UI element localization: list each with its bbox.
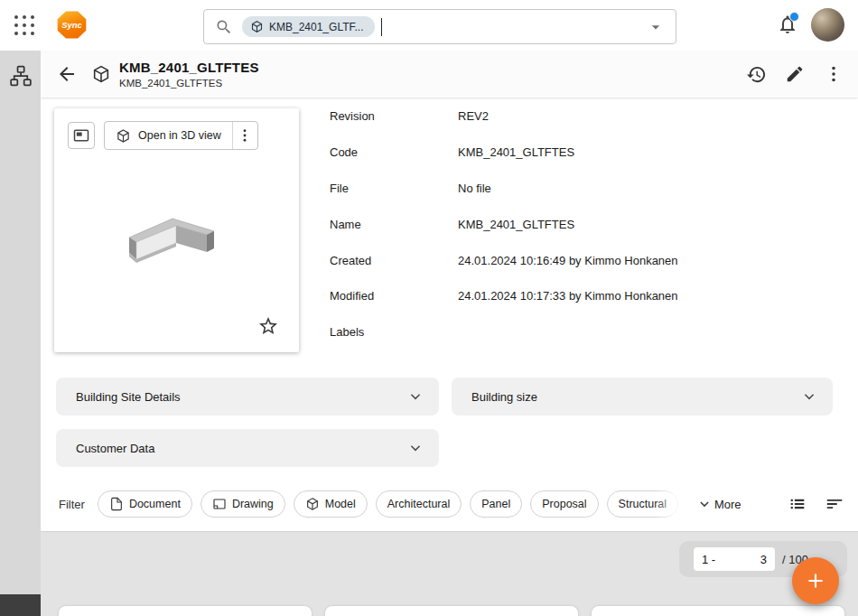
result-card[interactable] — [592, 606, 844, 616]
chip-panel[interactable]: Panel — [470, 490, 522, 518]
section-building-size[interactable]: Building size — [452, 378, 833, 415]
detail-row: Modified 24.01.2024 10:17:33 by Kimmo Ho… — [330, 278, 840, 314]
user-avatar[interactable] — [811, 8, 844, 42]
model-3d-thumbnail[interactable] — [104, 191, 248, 291]
back-arrow-icon — [56, 63, 78, 85]
filter-chips: Document Drawing Model Architectural Pan… — [98, 490, 686, 518]
more-filters-button[interactable]: More — [691, 495, 747, 513]
favorite-star-button[interactable] — [257, 315, 279, 337]
edit-button[interactable] — [779, 59, 810, 89]
more-options-button[interactable] — [818, 59, 849, 89]
detail-label: Name — [330, 218, 458, 231]
chevron-down-icon — [696, 496, 713, 512]
history-icon — [746, 64, 767, 85]
model-icon — [91, 64, 111, 84]
chevron-down-icon — [647, 18, 665, 36]
list-view-button[interactable] — [788, 494, 807, 514]
picture-in-picture-icon — [72, 126, 90, 145]
back-button[interactable] — [51, 59, 82, 89]
notification-dot — [789, 12, 799, 22]
search-scope-chip[interactable]: KMB_2401_GLTF... — [242, 16, 375, 37]
filter-label: Filter — [59, 498, 85, 511]
open-3d-group: Open in 3D view — [104, 121, 258, 150]
apps-grid-icon — [14, 15, 34, 35]
model-cube-icon — [305, 497, 320, 511]
sidebar-hierarchy-button[interactable] — [9, 64, 33, 88]
chip-model[interactable]: Model — [294, 490, 368, 518]
detail-row: Revision REV2 — [330, 98, 840, 135]
chip-label: Architectural — [387, 498, 450, 510]
app-window: Sync KMB_2401_GLTF... — [0, 0, 858, 616]
detail-value: REV2 — [458, 109, 489, 123]
detail-row: Labels — [330, 314, 840, 350]
filter-bar: Filter Document Drawing Model Architectu… — [41, 486, 858, 522]
detail-label: Created — [330, 254, 458, 267]
chip-structural[interactable]: Structural — [607, 490, 679, 518]
document-icon — [109, 497, 124, 511]
detail-label: Revision — [330, 109, 458, 123]
title-block: KMB_2401_GLTFTES KMB_2401_GLTFTES — [119, 60, 259, 89]
history-button[interactable] — [741, 59, 771, 89]
view-controls — [788, 494, 858, 514]
detail-value: KMB_2401_GLTFTES — [458, 145, 574, 159]
section-label: Building size — [471, 390, 537, 404]
plus-icon — [804, 569, 827, 593]
chip-label: Panel — [481, 498, 510, 510]
section-label: Building Site Details — [76, 390, 181, 404]
chip-label: Drawing — [232, 498, 274, 510]
pencil-icon — [785, 64, 805, 84]
left-sidebar — [0, 51, 41, 616]
chevron-down-icon — [406, 387, 424, 406]
page-title: KMB_2401_GLTFTES — [119, 60, 259, 75]
detail-row: File No file — [330, 171, 840, 207]
results-area: 1 - 3 / 100 — [41, 531, 858, 616]
add-button[interactable] — [792, 557, 839, 604]
detail-label: Code — [330, 145, 458, 159]
detail-row: Code KMB_2401_GLTFTES — [330, 135, 840, 171]
chip-architectural[interactable]: Architectural — [376, 490, 462, 518]
result-card[interactable] — [59, 606, 312, 616]
sync-logo-text: Sync — [61, 20, 82, 30]
sidebar-bottom-panel[interactable] — [0, 594, 41, 616]
search-bar[interactable]: KMB_2401_GLTF... — [203, 9, 676, 44]
page-header: KMB_2401_GLTFTES KMB_2401_GLTFTES — [41, 51, 858, 98]
details-panel: Revision REV2 Code KMB_2401_GLTFTES File… — [330, 98, 840, 350]
page-subtitle: KMB_2401_GLTFTES — [119, 78, 259, 89]
chevron-down-icon — [800, 387, 818, 406]
result-card[interactable] — [325, 606, 578, 616]
search-dropdown-button[interactable] — [647, 18, 665, 36]
page-range-from: 1 - — [702, 553, 715, 566]
preview-more-button[interactable] — [233, 122, 257, 149]
section-building-site-details[interactable]: Building Site Details — [56, 378, 439, 415]
chip-proposal[interactable]: Proposal — [530, 490, 598, 518]
section-customer-data[interactable]: Customer Data — [56, 429, 439, 467]
chip-document[interactable]: Document — [98, 490, 192, 518]
drawing-icon — [212, 497, 227, 511]
search-input[interactable] — [382, 19, 647, 34]
open-3d-label: Open in 3D view — [138, 129, 221, 142]
preview-card: Open in 3D view — [54, 108, 299, 352]
model-chip-icon — [250, 20, 264, 33]
chip-label: Model — [325, 498, 356, 510]
preview-toolbar: Open in 3D view — [68, 121, 258, 150]
more-vert-icon — [824, 64, 844, 84]
chip-label: Document — [129, 498, 181, 510]
detail-label: Modified — [330, 289, 458, 303]
thumbnail-view-button[interactable] — [68, 122, 95, 149]
page-range-box[interactable]: 1 - 3 — [694, 547, 775, 571]
page-range-to: 3 — [760, 553, 767, 566]
search-icon — [215, 18, 233, 36]
sort-button[interactable] — [825, 494, 844, 514]
open-3d-view-button[interactable]: Open in 3D view — [105, 122, 232, 149]
apps-menu-button[interactable] — [12, 13, 37, 38]
notifications-button[interactable] — [775, 13, 800, 38]
detail-value: 24.01.2024 10:17:33 by Kimmo Honkanen — [458, 289, 678, 303]
sync-logo[interactable]: Sync — [57, 11, 87, 39]
sort-icon — [825, 494, 844, 514]
cube-3d-icon — [116, 128, 131, 144]
hierarchy-icon — [9, 64, 33, 88]
detail-row: Name KMB_2401_GLTFTES — [330, 206, 840, 242]
chip-drawing[interactable]: Drawing — [201, 490, 285, 518]
detail-label: File — [330, 182, 458, 195]
top-bar: Sync KMB_2401_GLTF... — [0, 0, 858, 51]
